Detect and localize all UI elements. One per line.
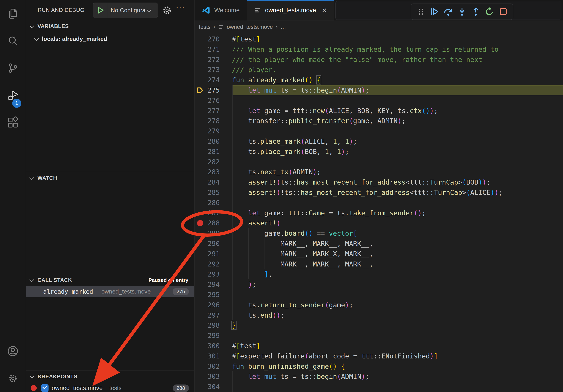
activity-item-extensions[interactable] xyxy=(0,109,26,136)
code-line: 300#[test] xyxy=(194,341,563,351)
step-out-icon xyxy=(471,7,481,16)
toolbar-drag-handle[interactable] xyxy=(414,5,427,18)
step-out-button[interactable] xyxy=(470,5,482,18)
move-file-icon xyxy=(254,7,261,14)
line-number[interactable]: 302 xyxy=(202,361,220,371)
code-line: 279 xyxy=(194,126,563,136)
files-icon xyxy=(7,7,19,20)
line-number[interactable]: 287 xyxy=(202,208,220,218)
line-number[interactable]: 303 xyxy=(202,371,220,381)
line-number[interactable]: 293 xyxy=(202,269,220,279)
chevron-down-icon xyxy=(29,23,34,28)
section-variables[interactable]: VARIABLES xyxy=(26,20,194,32)
line-number[interactable]: 275 xyxy=(202,85,220,95)
code-line: 295 xyxy=(194,289,563,300)
breakpoint-dot-icon[interactable] xyxy=(197,220,203,226)
line-number[interactable]: 278 xyxy=(202,116,220,126)
section-watch[interactable]: WATCH xyxy=(26,172,194,184)
continue-button[interactable] xyxy=(428,5,441,18)
tab-owned-tests-move[interactable]: owned_tests.move × xyxy=(247,0,334,21)
line-number[interactable]: 273 xyxy=(202,65,220,75)
line-number[interactable]: 304 xyxy=(202,381,220,392)
section-breakpoints[interactable]: BREAKPOINTS xyxy=(26,370,194,383)
code-text: assert!(ts::has_most_recent_for_address<… xyxy=(232,177,490,187)
chevron-down-icon xyxy=(34,36,39,41)
line-number[interactable]: 295 xyxy=(202,289,220,300)
breadcrumb-item-file[interactable]: owned_tests.move xyxy=(227,24,273,30)
debug-settings-button[interactable] xyxy=(162,5,173,16)
line-number[interactable]: 279 xyxy=(202,126,220,136)
line-number[interactable]: 271 xyxy=(202,44,220,54)
configuration-dropdown[interactable]: No Configura xyxy=(111,7,147,14)
launch-configuration-group: No Configura xyxy=(93,2,158,18)
code-text: MARK__, MARK__, MARK__, xyxy=(232,238,373,249)
line-number[interactable]: 290 xyxy=(202,238,220,249)
line-number[interactable]: 299 xyxy=(202,330,220,341)
breadcrumb-item-symbol[interactable]: … xyxy=(281,24,286,30)
code-line: 292 MARK__, MARK__, MARK__, xyxy=(194,259,563,269)
line-number[interactable]: 282 xyxy=(202,157,220,167)
line-number[interactable]: 286 xyxy=(202,197,220,208)
start-debugging-button[interactable] xyxy=(93,3,108,18)
breakpoint-dir: tests xyxy=(109,385,121,392)
line-number[interactable]: 270 xyxy=(202,34,220,44)
line-number[interactable]: 281 xyxy=(202,146,220,157)
line-number[interactable]: 301 xyxy=(202,351,220,361)
tab-welcome[interactable]: Welcome xyxy=(194,0,247,21)
breadcrumb-item-tests[interactable]: tests xyxy=(199,24,210,30)
line-number[interactable]: 289 xyxy=(202,228,220,238)
code-line: 274fun already_marked() { xyxy=(194,75,563,85)
restart-button[interactable] xyxy=(483,5,496,18)
code-line: 302fun burn_unfinished_game() { xyxy=(194,361,563,371)
close-icon[interactable]: × xyxy=(322,6,327,14)
code-line: 294 ); xyxy=(194,279,563,289)
activity-item-source-control[interactable] xyxy=(0,54,26,82)
line-number[interactable]: 292 xyxy=(202,259,220,269)
code-text: game.board() == vector[ xyxy=(232,228,357,238)
more-actions-button[interactable]: ··· xyxy=(176,3,185,12)
line-number[interactable]: 285 xyxy=(202,187,220,197)
section-call-stack[interactable]: CALL STACK Paused on entry xyxy=(26,274,194,286)
line-number[interactable]: 277 xyxy=(202,105,220,116)
breakpoint-file: owned_tests.move xyxy=(52,384,102,392)
line-number[interactable]: 284 xyxy=(202,177,220,187)
activity-item-explorer[interactable] xyxy=(0,0,26,27)
step-over-button[interactable] xyxy=(442,5,455,18)
account-icon xyxy=(7,345,19,357)
call-stack-frame-row[interactable]: already_marked owned_tests.move 275 xyxy=(26,286,194,297)
variables-scope-row[interactable]: locals: already_marked xyxy=(26,33,194,45)
breakpoint-row[interactable]: owned_tests.move tests 288 xyxy=(26,382,194,392)
section-label: BREAKPOINTS xyxy=(38,374,77,380)
line-number[interactable]: 283 xyxy=(202,167,220,177)
step-into-button[interactable] xyxy=(456,5,468,18)
stop-icon xyxy=(499,7,508,16)
line-number[interactable]: 297 xyxy=(202,310,220,320)
line-number[interactable]: 272 xyxy=(202,54,220,65)
scope-label: locals: already_marked xyxy=(42,36,107,42)
line-number[interactable]: 300 xyxy=(202,341,220,351)
code-area[interactable]: 270#[test]271/// When a position is alre… xyxy=(194,34,563,392)
activity-item-run-and-debug[interactable]: 1 xyxy=(0,82,26,109)
activity-item-settings[interactable] xyxy=(0,365,26,392)
activity-item-account[interactable] xyxy=(0,338,26,365)
line-number[interactable]: 298 xyxy=(202,320,220,330)
line-number[interactable]: 291 xyxy=(202,249,220,259)
frame-function: already_marked xyxy=(43,288,93,295)
gear-icon xyxy=(162,5,172,15)
line-number[interactable]: 276 xyxy=(202,95,220,105)
stop-button[interactable] xyxy=(497,5,510,18)
line-number[interactable]: 294 xyxy=(202,279,220,289)
code-text: let mut ts = ts::begin(ADMIN); xyxy=(232,85,369,95)
line-number[interactable]: 280 xyxy=(202,136,220,146)
breakpoint-checkbox[interactable] xyxy=(41,384,49,392)
code-line: 288 assert!( xyxy=(194,218,563,228)
activity-item-search[interactable] xyxy=(0,27,26,54)
line-number[interactable]: 288 xyxy=(202,218,220,228)
code-text: assert!( xyxy=(232,218,281,228)
move-file-icon xyxy=(218,24,224,30)
code-text: #[expected_failure(abort_code = ttt::ENo… xyxy=(232,351,438,361)
line-number[interactable]: 296 xyxy=(202,300,220,310)
code-text: fun burn_unfinished_game() { xyxy=(232,361,345,371)
line-number[interactable]: 274 xyxy=(202,75,220,85)
code-text: ts.place_mark(BOB, 1, 1); xyxy=(232,146,349,157)
